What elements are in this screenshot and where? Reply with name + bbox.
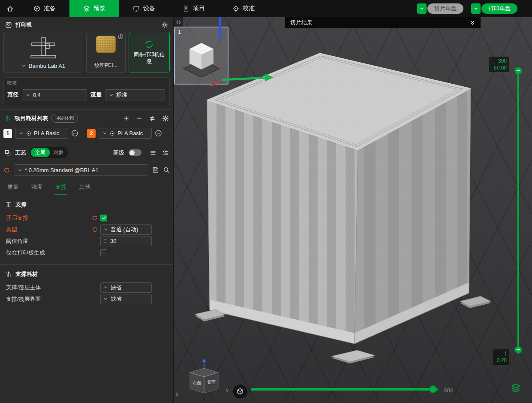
viewport-3d[interactable]: 1 切片结果 390 50.00 1 0.20 304 xyxy=(174,17,532,403)
topbar-actions: 切片单盘 打印单盘 xyxy=(417,0,532,17)
slice-result-bar: 切片结果 xyxy=(285,17,481,28)
reset-support-type-button[interactable] xyxy=(92,227,100,233)
preview-layers-icon xyxy=(83,5,90,12)
filament-waves-icon xyxy=(4,115,11,122)
filament-select-1[interactable]: PLA Basic xyxy=(15,128,68,139)
step-slider-value: 304 xyxy=(444,387,453,394)
slice-dropdown-button[interactable] xyxy=(417,3,427,14)
flush-volume-button[interactable]: 冲刷体积 xyxy=(51,114,78,123)
filament-settings-button[interactable] xyxy=(162,115,169,122)
threshold-angle-value: 30 xyxy=(110,238,116,244)
sliced-model[interactable] xyxy=(207,53,471,352)
ams-mapping-button[interactable] xyxy=(149,115,156,122)
layer-slider-bottom-handle[interactable] xyxy=(514,346,522,354)
calibration-icon xyxy=(232,5,239,12)
collapse-result-button[interactable] xyxy=(469,20,475,26)
tab-others[interactable]: 其他 xyxy=(74,179,96,195)
filament-edit-button-1[interactable] xyxy=(71,130,78,137)
double-chevron-down-icon xyxy=(469,20,475,26)
sync-printer-button[interactable]: 同步打印机信息 xyxy=(129,32,170,73)
step-slider-handle[interactable] xyxy=(429,385,437,393)
compare-presets-button[interactable] xyxy=(162,149,169,156)
flow-label: 流量 xyxy=(90,91,102,99)
spinner-arrows[interactable] xyxy=(103,238,107,245)
print-plate-button[interactable]: 打印单盘 xyxy=(481,3,517,14)
step-slider-track[interactable] xyxy=(251,388,438,391)
filament-edit-button-2[interactable] xyxy=(155,130,162,137)
filament-index-badge-1[interactable]: 1 xyxy=(3,129,12,138)
ellipsis-circle-icon xyxy=(155,130,162,137)
layer-slider-track[interactable] xyxy=(517,71,519,350)
support-type-select[interactable]: 普通 (自动) xyxy=(100,224,152,235)
save-icon xyxy=(152,167,159,173)
layer-slider-top-handle[interactable] xyxy=(514,67,522,75)
add-filament-button[interactable] xyxy=(123,115,129,121)
support-base-label: 支撑/筏层主体 xyxy=(6,284,92,291)
spool-icon xyxy=(110,131,115,136)
nav-back-face-label[interactable]: 背面 xyxy=(207,380,216,385)
minus-icon xyxy=(136,115,142,121)
nav-right-face-label[interactable]: 右面 xyxy=(192,381,201,385)
enable-support-checkbox[interactable] xyxy=(100,215,107,221)
layers-view-toggle[interactable] xyxy=(511,383,521,393)
preset-reset-button[interactable] xyxy=(3,167,10,173)
print-dropdown-button[interactable] xyxy=(471,3,481,14)
view-cube-icon xyxy=(236,388,244,395)
threshold-angle-spinner[interactable]: 30 xyxy=(100,236,152,246)
tab-calibration[interactable]: 校准 xyxy=(219,0,268,17)
tab-device[interactable]: 设备 xyxy=(119,0,169,17)
tab-preview[interactable]: 预览 xyxy=(69,0,119,17)
tab-label: 设备 xyxy=(143,5,155,12)
chevron-down-icon xyxy=(473,6,478,11)
search-params-button[interactable] xyxy=(163,167,170,173)
save-preset-button[interactable] xyxy=(152,167,159,173)
gear-icon xyxy=(162,115,169,122)
process-preset-select[interactable]: * 0.20mm Standard @BBL A1 xyxy=(14,164,148,176)
printer-illustration xyxy=(28,36,59,60)
build-plate-card[interactable]: 纹理PEI... xyxy=(86,32,126,73)
info-icon[interactable] xyxy=(118,34,123,39)
advanced-mode-switch[interactable] xyxy=(129,149,141,156)
slice-split-button: 切片单盘 xyxy=(417,3,463,14)
buildplate-only-checkbox[interactable] xyxy=(100,249,107,256)
collapse-panel-button[interactable] xyxy=(174,17,183,27)
layers-icon xyxy=(511,383,521,393)
reset-enable-support-button[interactable] xyxy=(92,215,100,221)
home-button[interactable] xyxy=(0,0,20,17)
layer-slider-top-badge: 390 50.00 xyxy=(489,57,509,72)
filament-toolbar xyxy=(123,115,169,122)
nozzle-diameter-select[interactable]: 0.4 xyxy=(22,89,87,100)
printer-card[interactable]: Bambu Lab A1 xyxy=(3,32,83,73)
spool-icon xyxy=(26,131,31,136)
support-section-title: 支撑 xyxy=(15,201,27,209)
flow-select[interactable]: 标准 xyxy=(105,89,165,100)
tab-support[interactable]: 支撑 xyxy=(50,179,72,195)
tab-project[interactable]: 项目 xyxy=(169,0,219,17)
tab-prepare[interactable]: 准备 xyxy=(20,0,69,17)
tab-strength[interactable]: 强度 xyxy=(26,179,48,195)
scope-global-option[interactable]: 全局 xyxy=(31,148,50,157)
process-section-header: 工艺 全局 对象 高级 xyxy=(0,143,173,161)
param-row-support-type: 类型 普通 (自动) xyxy=(0,224,173,235)
scope-objects-option[interactable]: 对象 xyxy=(50,148,67,157)
support-base-select[interactable]: 缺省 xyxy=(100,282,152,293)
chevron-down-icon xyxy=(103,297,108,301)
filament-select-2[interactable]: PLA Basic xyxy=(99,128,152,139)
chevron-up-icon xyxy=(103,238,107,241)
nozzle-group: 喷嘴 直径 0.4 流量 标准 xyxy=(3,77,170,105)
fit-view-button[interactable] xyxy=(233,385,247,398)
plate-thumbnail[interactable]: 1 xyxy=(174,27,228,85)
printer-settings-button[interactable] xyxy=(161,21,168,28)
tab-quality[interactable]: 质量 xyxy=(2,179,24,195)
remove-filament-button[interactable] xyxy=(136,115,142,121)
filament-index-badge-2[interactable]: 2 xyxy=(87,129,96,138)
advanced-label: 高级 xyxy=(113,149,124,157)
support-interface-select[interactable]: 缺省 xyxy=(100,294,152,304)
check-icon xyxy=(102,215,106,220)
support-base-value: 缺省 xyxy=(111,284,122,291)
param-list-view-button[interactable] xyxy=(150,149,156,156)
preset-row: * 0.20mm Standard @BBL A1 xyxy=(0,161,173,178)
navigation-cube[interactable]: 右面 背面 xyxy=(180,358,228,401)
bottom-layer-height: 0.20 xyxy=(496,357,507,364)
slice-plate-button[interactable]: 切片单盘 xyxy=(427,3,463,14)
